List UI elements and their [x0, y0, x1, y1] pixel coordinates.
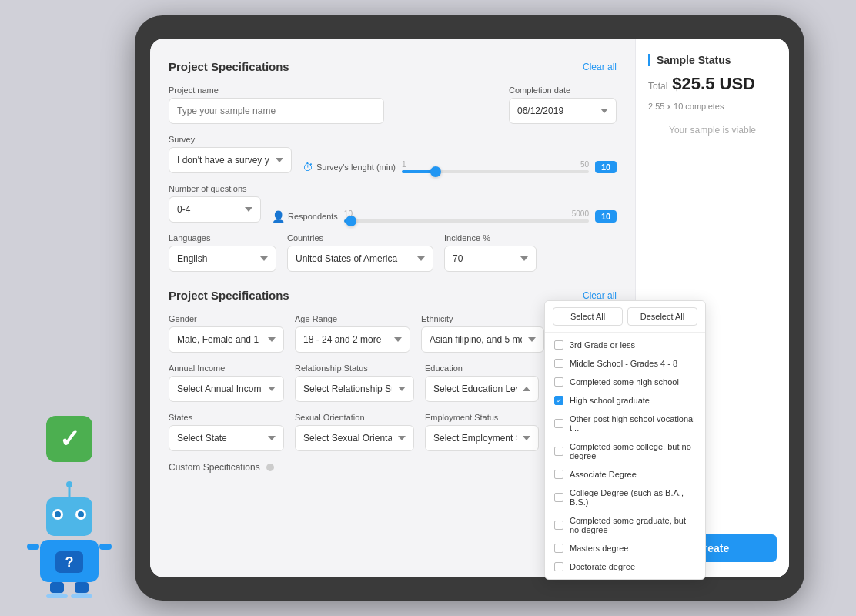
- price-row: Total $25.5 USD: [648, 74, 777, 94]
- project-name-input[interactable]: [169, 98, 384, 124]
- respondents-slider[interactable]: [344, 219, 589, 223]
- completion-date-select[interactable]: 06/12/2019: [509, 98, 617, 124]
- education-item-label-5: Completed some college, but no degree: [570, 442, 696, 460]
- gender-select[interactable]: Male, Female and 1 more: [169, 326, 284, 353]
- project-name-group: Project name: [169, 85, 384, 124]
- sexual-orientation-label: Sexual Orientation: [295, 413, 414, 422]
- employment-group: Employment Status Select Employment Stat…: [425, 413, 539, 451]
- survey-select[interactable]: I don't have a survey yet: [169, 147, 292, 173]
- ethnicity-group: Ethnicity Asian filipino, and 5 more: [421, 314, 544, 353]
- clock-icon: ⏱: [303, 161, 313, 173]
- education-checkbox-2[interactable]: [554, 377, 563, 387]
- section1-clear-all[interactable]: Clear all: [583, 62, 617, 72]
- education-item-9[interactable]: Masters degree: [545, 539, 705, 557]
- education-item-10[interactable]: Doctorate degree: [545, 557, 705, 576]
- countries-select[interactable]: United States of America: [287, 246, 433, 272]
- education-checkbox-9[interactable]: [554, 544, 563, 553]
- robot-base-right: [71, 593, 92, 598]
- survey-length-slider[interactable]: [402, 170, 589, 173]
- total-label: Total: [648, 81, 667, 92]
- education-item-5[interactable]: Completed some college, but no degree: [545, 437, 705, 465]
- education-item-label-3: High school graduate: [570, 396, 650, 405]
- survey-slider-wrapper: 1 50: [402, 160, 589, 173]
- survey-length-row: ⏱ Survey's lenght (min) 1 50: [303, 160, 617, 173]
- education-checkbox-8[interactable]: [554, 521, 563, 530]
- survey-group: Survey I don't have a survey yet: [169, 135, 292, 173]
- education-checkbox-5[interactable]: [554, 447, 563, 456]
- education-checkbox-6[interactable]: [554, 470, 563, 479]
- num-questions-select[interactable]: 0-4: [169, 196, 261, 223]
- education-item-7[interactable]: College Degree (such as B.A., B.S.): [545, 484, 705, 511]
- custom-spec-toggle[interactable]: [266, 464, 274, 471]
- employment-select[interactable]: Select Employment Status: [425, 425, 539, 451]
- num-questions-label: Number of questions: [169, 184, 261, 193]
- education-select[interactable]: Select Education Level: [425, 376, 539, 402]
- robot-svg: ?: [23, 474, 115, 598]
- education-item-3[interactable]: High school graduate: [545, 391, 705, 410]
- incidence-select[interactable]: 70: [444, 246, 537, 272]
- robot-leg-right: [75, 582, 89, 593]
- robot-question: ?: [65, 554, 74, 570]
- education-item-0[interactable]: 3rd Grade or less: [545, 336, 705, 354]
- education-item-label-8: Completed some graduate, but no degree: [570, 516, 696, 534]
- education-item-4[interactable]: Other post high school vocational t...: [545, 410, 705, 437]
- education-list: 3rd Grade or lessMiddle School - Grades …: [545, 333, 705, 579]
- survey-length-label: ⏱ Survey's lenght (min): [303, 161, 396, 173]
- education-item-label-4: Other post high school vocational t...: [570, 414, 696, 433]
- incidence-group: Incidence % 70: [444, 233, 537, 272]
- education-item-label-6: Associate Degree: [570, 470, 637, 479]
- survey-slider-minmax: 1 50: [402, 160, 589, 169]
- gender-label: Gender: [169, 314, 284, 323]
- custom-spec-label: Custom Specifications: [169, 462, 260, 473]
- education-checkbox-1[interactable]: [554, 359, 563, 368]
- num-questions-group: Number of questions 0-4: [169, 184, 261, 223]
- relationship-group: Relationship Status Select Relationship …: [295, 363, 414, 402]
- relationship-select[interactable]: Select Relationship Status: [295, 376, 414, 402]
- section2-clear-all[interactable]: Clear all: [583, 290, 617, 301]
- education-item-label-10: Doctorate degree: [570, 562, 635, 571]
- deselect-all-button[interactable]: Deselect All: [627, 307, 697, 326]
- education-item-label-2: Completed some high school: [570, 377, 679, 387]
- project-name-row: Project name Completion date 06/12/2019: [169, 85, 617, 124]
- education-checkbox-4[interactable]: [554, 419, 563, 428]
- education-item-6[interactable]: Associate Degree: [545, 465, 705, 484]
- respondents-group: 👤 Respondents 10 5000: [272, 209, 617, 223]
- ethnicity-label: Ethnicity: [421, 314, 544, 323]
- sexual-orientation-group: Sexual Orientation Select Sexual Orienta…: [295, 413, 414, 451]
- project-name-label: Project name: [169, 85, 384, 95]
- age-select[interactable]: 18 - 24 and 2 more: [295, 326, 410, 353]
- section1-title: Project Specifications: [169, 60, 289, 73]
- states-select[interactable]: Select State: [169, 425, 284, 451]
- respondents-row: 👤 Respondents 10 5000: [272, 209, 617, 223]
- popup-header: Select All Deselect All: [545, 301, 705, 333]
- education-item-2[interactable]: Completed some high school: [545, 373, 705, 391]
- sample-viable: Your sample is viable: [648, 125, 777, 136]
- education-checkbox-10[interactable]: [554, 562, 563, 571]
- respondents-label: 👤 Respondents: [272, 210, 338, 223]
- annual-income-label: Annual Income: [169, 363, 284, 373]
- survey-row: Survey I don't have a survey yet ⏱ Surve…: [169, 135, 617, 173]
- education-popup: Select All Deselect All 3rd Grade or les…: [544, 300, 706, 580]
- check-bubble: [46, 416, 92, 462]
- sexual-orientation-select[interactable]: Select Sexual Orientation: [295, 425, 414, 451]
- education-item-1[interactable]: Middle School - Grades 4 - 8: [545, 354, 705, 373]
- education-item-8[interactable]: Completed some graduate, but no degree: [545, 511, 705, 539]
- section1-header: Project Specifications Clear all: [169, 60, 617, 73]
- education-checkbox-7[interactable]: [554, 493, 563, 502]
- languages-label: Languages: [169, 233, 276, 243]
- languages-group: Languages English: [169, 233, 276, 272]
- respondents-thumb[interactable]: [346, 216, 356, 226]
- relationship-label: Relationship Status: [295, 363, 414, 373]
- age-label: Age Range: [295, 314, 410, 323]
- education-checkbox-0[interactable]: [554, 340, 563, 350]
- select-all-button[interactable]: Select All: [553, 307, 623, 326]
- languages-select[interactable]: English: [169, 246, 276, 272]
- education-checkbox-3[interactable]: [554, 396, 563, 405]
- annual-income-select[interactable]: Select Annual Income: [169, 376, 284, 402]
- respondents-value: 10: [595, 210, 617, 223]
- ethnicity-select[interactable]: Asian filipino, and 5 more: [421, 326, 544, 353]
- survey-thumb[interactable]: [430, 166, 441, 177]
- completion-date-label: Completion date: [509, 85, 617, 95]
- education-item-label-7: College Degree (such as B.A., B.S.): [570, 488, 696, 507]
- countries-label: Countries: [287, 233, 433, 243]
